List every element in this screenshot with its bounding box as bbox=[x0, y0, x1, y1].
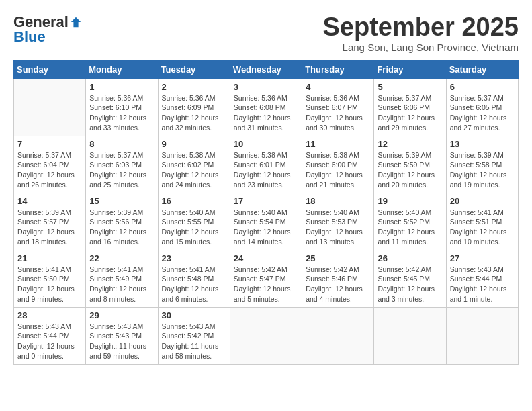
calendar-cell bbox=[14, 79, 86, 136]
day-number: 14 bbox=[17, 196, 82, 206]
calendar-cell: 24Sunrise: 5:42 AM Sunset: 5:47 PM Dayli… bbox=[230, 250, 302, 307]
calendar-cell bbox=[230, 307, 302, 364]
day-info: Sunrise: 5:39 AM Sunset: 5:59 PM Dayligh… bbox=[378, 150, 442, 190]
calendar-cell: 19Sunrise: 5:40 AM Sunset: 5:52 PM Dayli… bbox=[374, 193, 446, 250]
calendar-cell bbox=[302, 307, 374, 364]
week-row-2: 7Sunrise: 5:37 AM Sunset: 6:04 PM Daylig… bbox=[14, 136, 519, 193]
day-info: Sunrise: 5:43 AM Sunset: 5:44 PM Dayligh… bbox=[17, 322, 82, 361]
calendar-cell: 7Sunrise: 5:37 AM Sunset: 6:04 PM Daylig… bbox=[14, 136, 86, 193]
day-number: 23 bbox=[162, 253, 226, 263]
title-block: September 2025 Lang Son, Lang Son Provin… bbox=[323, 13, 519, 53]
calendar-cell: 25Sunrise: 5:42 AM Sunset: 5:46 PM Dayli… bbox=[302, 250, 374, 307]
calendar-cell: 10Sunrise: 5:38 AM Sunset: 6:01 PM Dayli… bbox=[230, 136, 302, 193]
calendar-cell: 15Sunrise: 5:39 AM Sunset: 5:56 PM Dayli… bbox=[86, 193, 158, 250]
calendar-cell: 11Sunrise: 5:38 AM Sunset: 6:00 PM Dayli… bbox=[302, 136, 374, 193]
day-number: 5 bbox=[378, 82, 442, 92]
day-info: Sunrise: 5:41 AM Sunset: 5:49 PM Dayligh… bbox=[89, 265, 154, 304]
week-row-3: 14Sunrise: 5:39 AM Sunset: 5:57 PM Dayli… bbox=[14, 193, 519, 250]
day-info: Sunrise: 5:42 AM Sunset: 5:46 PM Dayligh… bbox=[306, 265, 370, 304]
day-number: 6 bbox=[450, 82, 515, 92]
logo: General Blue bbox=[13, 13, 82, 46]
day-number: 3 bbox=[234, 82, 298, 92]
day-number: 28 bbox=[17, 310, 82, 320]
calendar-cell: 3Sunrise: 5:36 AM Sunset: 6:08 PM Daylig… bbox=[230, 79, 302, 136]
day-info: Sunrise: 5:43 AM Sunset: 5:42 PM Dayligh… bbox=[162, 322, 226, 361]
month-title: September 2025 bbox=[323, 13, 519, 42]
day-number: 25 bbox=[306, 253, 370, 263]
day-number: 19 bbox=[378, 196, 442, 206]
day-info: Sunrise: 5:41 AM Sunset: 5:48 PM Dayligh… bbox=[162, 265, 226, 304]
day-number: 2 bbox=[162, 82, 226, 92]
day-number: 17 bbox=[234, 196, 298, 206]
day-info: Sunrise: 5:36 AM Sunset: 6:09 PM Dayligh… bbox=[162, 93, 226, 133]
weekday-wednesday: Wednesday bbox=[230, 60, 302, 79]
day-info: Sunrise: 5:36 AM Sunset: 6:10 PM Dayligh… bbox=[89, 93, 154, 133]
day-number: 16 bbox=[162, 196, 226, 206]
calendar-cell: 14Sunrise: 5:39 AM Sunset: 5:57 PM Dayli… bbox=[14, 193, 86, 250]
day-info: Sunrise: 5:43 AM Sunset: 5:43 PM Dayligh… bbox=[89, 322, 154, 361]
day-info: Sunrise: 5:40 AM Sunset: 5:54 PM Dayligh… bbox=[234, 208, 298, 247]
day-info: Sunrise: 5:42 AM Sunset: 5:45 PM Dayligh… bbox=[378, 265, 442, 304]
calendar-cell: 26Sunrise: 5:42 AM Sunset: 5:45 PM Dayli… bbox=[374, 250, 446, 307]
day-number: 26 bbox=[378, 253, 442, 263]
calendar-cell: 20Sunrise: 5:41 AM Sunset: 5:51 PM Dayli… bbox=[446, 193, 518, 250]
day-info: Sunrise: 5:41 AM Sunset: 5:50 PM Dayligh… bbox=[17, 265, 82, 304]
calendar-cell: 23Sunrise: 5:41 AM Sunset: 5:48 PM Dayli… bbox=[158, 250, 230, 307]
calendar-cell: 29Sunrise: 5:43 AM Sunset: 5:43 PM Dayli… bbox=[86, 307, 158, 364]
calendar-cell: 16Sunrise: 5:40 AM Sunset: 5:55 PM Dayli… bbox=[158, 193, 230, 250]
day-info: Sunrise: 5:37 AM Sunset: 6:05 PM Dayligh… bbox=[450, 93, 515, 133]
weekday-monday: Monday bbox=[86, 60, 158, 79]
day-info: Sunrise: 5:43 AM Sunset: 5:44 PM Dayligh… bbox=[450, 265, 515, 304]
weekday-saturday: Saturday bbox=[446, 60, 518, 79]
calendar-cell: 2Sunrise: 5:36 AM Sunset: 6:09 PM Daylig… bbox=[158, 79, 230, 136]
day-info: Sunrise: 5:38 AM Sunset: 6:01 PM Dayligh… bbox=[234, 150, 298, 190]
logo-icon bbox=[70, 16, 82, 28]
calendar-cell: 18Sunrise: 5:40 AM Sunset: 5:53 PM Dayli… bbox=[302, 193, 374, 250]
day-info: Sunrise: 5:38 AM Sunset: 6:00 PM Dayligh… bbox=[306, 150, 370, 190]
calendar-cell: 28Sunrise: 5:43 AM Sunset: 5:44 PM Dayli… bbox=[14, 307, 86, 364]
day-number: 21 bbox=[17, 253, 82, 263]
day-info: Sunrise: 5:39 AM Sunset: 5:58 PM Dayligh… bbox=[450, 150, 515, 190]
svg-marker-0 bbox=[71, 17, 81, 27]
day-number: 7 bbox=[17, 139, 82, 149]
calendar-cell: 21Sunrise: 5:41 AM Sunset: 5:50 PM Dayli… bbox=[14, 250, 86, 307]
week-row-1: 1Sunrise: 5:36 AM Sunset: 6:10 PM Daylig… bbox=[14, 79, 519, 136]
week-row-5: 28Sunrise: 5:43 AM Sunset: 5:44 PM Dayli… bbox=[14, 307, 519, 364]
day-info: Sunrise: 5:42 AM Sunset: 5:47 PM Dayligh… bbox=[234, 265, 298, 304]
day-info: Sunrise: 5:40 AM Sunset: 5:55 PM Dayligh… bbox=[162, 208, 226, 247]
weekday-friday: Friday bbox=[374, 60, 446, 79]
weekday-header: SundayMondayTuesdayWednesdayThursdayFrid… bbox=[14, 60, 519, 79]
calendar-cell: 17Sunrise: 5:40 AM Sunset: 5:54 PM Dayli… bbox=[230, 193, 302, 250]
day-info: Sunrise: 5:40 AM Sunset: 5:53 PM Dayligh… bbox=[306, 208, 370, 247]
calendar-cell: 22Sunrise: 5:41 AM Sunset: 5:49 PM Dayli… bbox=[86, 250, 158, 307]
day-info: Sunrise: 5:36 AM Sunset: 6:07 PM Dayligh… bbox=[306, 93, 370, 133]
day-info: Sunrise: 5:40 AM Sunset: 5:52 PM Dayligh… bbox=[378, 208, 442, 247]
calendar-cell: 27Sunrise: 5:43 AM Sunset: 5:44 PM Dayli… bbox=[446, 250, 518, 307]
weekday-tuesday: Tuesday bbox=[158, 60, 230, 79]
day-number: 20 bbox=[450, 196, 515, 206]
logo-blue: Blue bbox=[13, 28, 46, 46]
day-number: 13 bbox=[450, 139, 515, 149]
calendar-cell: 1Sunrise: 5:36 AM Sunset: 6:10 PM Daylig… bbox=[86, 79, 158, 136]
calendar-cell: 30Sunrise: 5:43 AM Sunset: 5:42 PM Dayli… bbox=[158, 307, 230, 364]
day-info: Sunrise: 5:37 AM Sunset: 6:03 PM Dayligh… bbox=[89, 150, 154, 190]
location: Lang Son, Lang Son Province, Vietnam bbox=[323, 42, 519, 53]
day-number: 1 bbox=[89, 82, 154, 92]
calendar-cell: 4Sunrise: 5:36 AM Sunset: 6:07 PM Daylig… bbox=[302, 79, 374, 136]
day-info: Sunrise: 5:39 AM Sunset: 5:56 PM Dayligh… bbox=[89, 208, 154, 247]
day-number: 15 bbox=[89, 196, 154, 206]
calendar-cell: 13Sunrise: 5:39 AM Sunset: 5:58 PM Dayli… bbox=[446, 136, 518, 193]
day-number: 22 bbox=[89, 253, 154, 263]
weekday-sunday: Sunday bbox=[14, 60, 86, 79]
day-info: Sunrise: 5:37 AM Sunset: 6:06 PM Dayligh… bbox=[378, 93, 442, 133]
week-row-4: 21Sunrise: 5:41 AM Sunset: 5:50 PM Dayli… bbox=[14, 250, 519, 307]
day-number: 18 bbox=[306, 196, 370, 206]
weekday-thursday: Thursday bbox=[302, 60, 374, 79]
day-number: 4 bbox=[306, 82, 370, 92]
day-number: 8 bbox=[89, 139, 154, 149]
day-number: 10 bbox=[234, 139, 298, 149]
calendar-cell bbox=[446, 307, 518, 364]
calendar-cell: 12Sunrise: 5:39 AM Sunset: 5:59 PM Dayli… bbox=[374, 136, 446, 193]
day-number: 29 bbox=[89, 310, 154, 320]
page-header: General Blue September 2025 Lang Son, La… bbox=[13, 13, 519, 53]
